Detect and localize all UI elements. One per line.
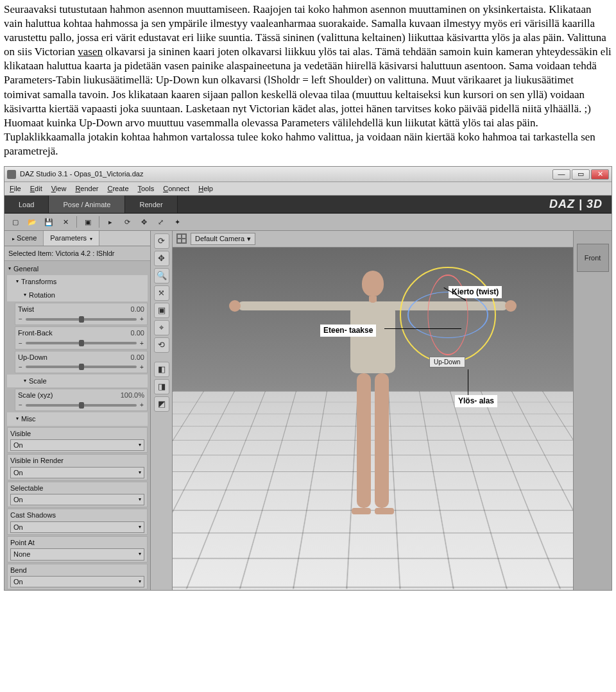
dolly-icon[interactable]: ⤧ [154,285,169,301]
updown-chip: Up-Down [429,357,465,367]
scale-icon[interactable]: ⤢ [155,216,166,228]
extra-tool-3-icon[interactable]: ◩ [154,396,169,412]
menu-edit[interactable]: Edit [30,184,42,193]
translate-icon[interactable]: ✥ [138,216,150,228]
menu-render[interactable]: Render [75,184,98,193]
group-scale[interactable]: ▾Scale [7,375,148,387]
group-transforms[interactable]: ▾Transforms [7,275,148,288]
frame-icon[interactable]: ▣ [154,303,169,318]
select-icon[interactable]: ▸ [105,216,116,228]
selected-item-row: Selected Item: Victoria 4.2 : lShldr [4,246,150,261]
brand-logo: DAZ | 3D [549,197,612,212]
new-icon[interactable]: ▢ [10,216,21,228]
menubar: File Edit View Render Create Tools Conne… [4,182,612,196]
viewport-3d[interactable]: Eteen- taakse Kierto (twist) Up-Down Ylö… [173,248,573,591]
annotation-line [468,369,468,395]
shelf-tab-pose[interactable]: Pose / Animate [49,196,125,213]
open-icon[interactable]: 📂 [26,216,38,228]
rotation-gizmo[interactable] [400,267,496,363]
chevron-down-icon: ▾ [247,234,251,243]
menu-help[interactable]: Help [198,184,213,193]
separator [99,216,99,228]
paragraph-2: Tuplaklikkaamalla jotakin kohtaa hahmon … [4,130,612,158]
param-scale-xyz[interactable]: Scale (xyz)100.0% −+ [15,389,148,411]
zoom-icon[interactable]: 🔍 [154,268,169,283]
rotate-icon[interactable]: ⟳ [121,216,133,228]
document-body: Seuraavaksi tutustutaan hahmon asennon m… [0,0,616,165]
group-misc[interactable]: ▾Misc [7,412,148,425]
app-icon [7,170,16,179]
camera-label: Default Camera [195,234,244,243]
annotation-line [384,328,461,329]
param-bend[interactable]: Bend On▾ [7,564,148,590]
shelf-tab-load[interactable]: Load [4,196,49,213]
param-front-back[interactable]: Front-Back0.00 −+ [15,326,148,349]
param-visible[interactable]: Visible On▾ [7,427,148,453]
activity-shelf: Load Pose / Animate Render DAZ | 3D [4,196,612,214]
menu-create[interactable]: Create [107,184,128,193]
menu-file[interactable]: File [10,184,21,193]
pose-icon[interactable]: ✦ [171,216,183,228]
titlebar: DAZ Studio 3.1 - Opas_01_Victoria.daz — … [4,167,612,182]
underlined-word: vasen [78,46,103,58]
daz-studio-window: DAZ Studio 3.1 - Opas_01_Victoria.daz — … [4,166,612,591]
save-icon[interactable]: 💾 [43,216,55,228]
group-rotation[interactable]: ▾Rotation [7,289,148,301]
annotation-eteen-taakse: Eteen- taakse [320,325,376,337]
menu-view[interactable]: View [51,184,67,193]
orbit-icon[interactable]: ⟳ [154,233,169,249]
viewport-tool-column: ⟳ ✥ 🔍 ⤧ ▣ ⌖ ⟲ ◧ ◨ ◩ [151,231,173,590]
param-up-down[interactable]: Up-Down0.00 −+ [15,351,148,373]
close-button[interactable]: ✕ [591,169,609,180]
paragraph-1b: olkavarsi ja sininen kaari joten olkavar… [4,46,612,128]
viewport-area: Default Camera ▾ Eteen- taakse [173,231,573,590]
param-cast-shadows[interactable]: Cast Shadows On▾ [7,509,148,535]
extra-tool-2-icon[interactable]: ◨ [154,379,169,394]
aim-icon[interactable]: ⌖ [154,320,169,335]
annotation-ylos-alas: Ylös- alas [455,395,497,408]
annotation-kierto: Kierto (twist) [449,286,502,299]
menu-tools[interactable]: Tools [138,184,155,193]
delete-icon[interactable]: ✕ [60,216,71,228]
maximize-button[interactable]: ▭ [572,169,590,180]
pan-icon[interactable]: ✥ [154,251,169,266]
menu-connect[interactable]: Connect [163,184,189,193]
reset-icon[interactable]: ⟲ [154,337,169,353]
separator [76,216,77,228]
shelf-tab-render[interactable]: Render [125,196,177,213]
selected-item-label: Selected Item: [8,249,53,257]
character-figure[interactable] [350,271,395,514]
param-selectable[interactable]: Selectable On▾ [7,482,148,508]
param-twist[interactable]: Twist0.00 −+ [15,303,148,325]
render-icon[interactable]: ▣ [82,216,94,228]
main-toolbar: ▢ 📂 💾 ✕ ▣ ▸ ⟳ ✥ ⤢ ✦ [4,214,612,231]
right-rail: Front [573,231,612,590]
parameters-panel: ▸ Scene Parameters ▾ Selected Item: Vict… [4,231,151,590]
extra-tool-1-icon[interactable]: ◧ [154,362,169,377]
selected-item-value: Victoria 4.2 : lShldr [55,249,114,257]
tab-scene[interactable]: ▸ Scene [4,231,44,245]
group-general[interactable]: ▾General [7,262,148,275]
camera-selector[interactable]: Default Camera ▾ [191,233,255,244]
window-title: DAZ Studio 3.1 - Opas_01_Victoria.daz [20,169,143,178]
front-view-button[interactable]: Front [577,244,609,272]
layout-grid-icon[interactable] [176,233,187,244]
param-visible-render[interactable]: Visible in Render On▾ [7,454,148,480]
minimize-button[interactable]: — [552,169,570,180]
tab-parameters[interactable]: Parameters ▾ [44,231,99,245]
param-point-at[interactable]: Point At None▾ [7,536,148,562]
